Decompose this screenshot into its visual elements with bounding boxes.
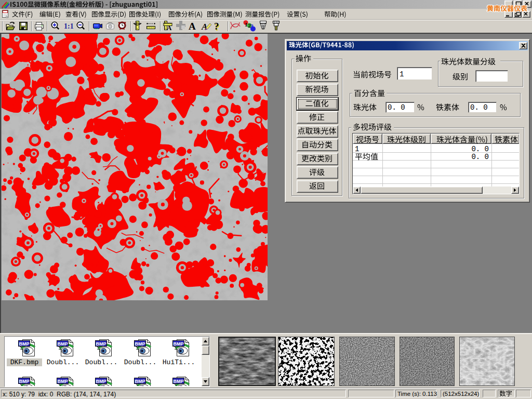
svg-text:BMP: BMP — [19, 341, 30, 347]
svg-text:BMP: BMP — [58, 341, 68, 347]
svg-text:BMP: BMP — [19, 379, 30, 384]
svg-text:BMP: BMP — [96, 379, 107, 384]
svg-text:BMP: BMP — [135, 341, 145, 347]
svg-text:BMP: BMP — [174, 379, 184, 384]
svg-text:BMP: BMP — [58, 379, 68, 384]
svg-text:BMP: BMP — [174, 341, 184, 347]
svg-text:BMP: BMP — [135, 379, 145, 384]
svg-text:BMP: BMP — [96, 341, 107, 347]
